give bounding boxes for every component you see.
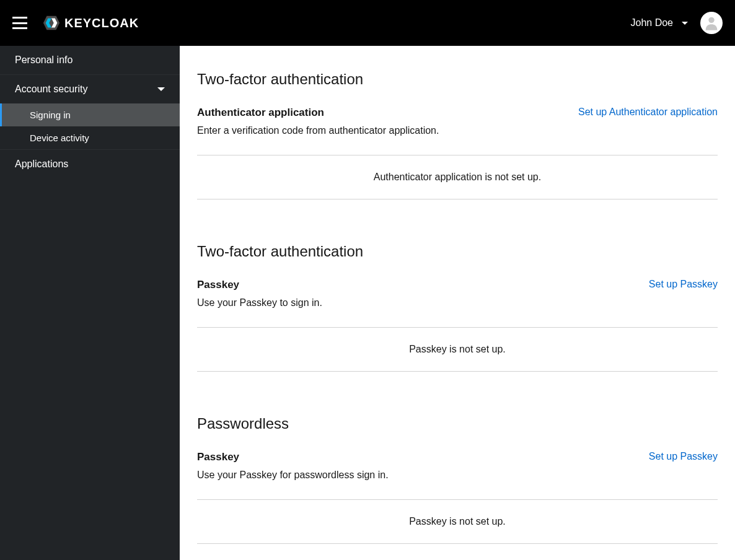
keycloak-logo-icon xyxy=(42,14,61,32)
sidebar-item-label: Applications xyxy=(15,159,68,170)
sidebar: Personal info Account security Signing i… xyxy=(0,46,180,560)
section-title: Passwordless xyxy=(197,415,718,432)
header-left: KEYCLOAK xyxy=(12,14,139,32)
sidebar-item-applications[interactable]: Applications xyxy=(0,149,180,178)
setup-passkey-link[interactable]: Set up Passkey xyxy=(649,279,718,290)
sidebar-item-label: Signing in xyxy=(30,110,71,120)
brand-logo[interactable]: KEYCLOAK xyxy=(42,14,139,32)
sidebar-item-label: Personal info xyxy=(15,55,73,66)
status-message: Authenticator application is not set up. xyxy=(197,155,718,199)
sidebar-subitem-signing-in[interactable]: Signing in xyxy=(0,103,180,126)
section-passwordless: Passwordless Passkey Set up Passkey Use … xyxy=(197,415,718,544)
setup-authenticator-link[interactable]: Set up Authenticator application xyxy=(578,107,718,118)
header-right: John Doe xyxy=(631,12,723,34)
method-title: Passkey xyxy=(197,279,239,291)
user-name: John Doe xyxy=(631,17,674,28)
method-description: Use your Passkey to sign in. xyxy=(197,297,718,308)
caret-down-icon xyxy=(682,22,688,25)
section-title: Two-factor authentication xyxy=(197,243,718,260)
method-description: Enter a verification code from authentic… xyxy=(197,125,718,136)
method-passkey: Passkey Set up Passkey Use your Passkey … xyxy=(197,279,718,372)
page-header: KEYCLOAK John Doe xyxy=(0,0,735,46)
method-passwordless-passkey: Passkey Set up Passkey Use your Passkey … xyxy=(197,451,718,544)
method-authenticator-app: Authenticator application Set up Authent… xyxy=(197,107,718,199)
sidebar-subitem-device-activity[interactable]: Device activity xyxy=(0,126,180,149)
user-icon xyxy=(703,14,720,32)
setup-passwordless-passkey-link[interactable]: Set up Passkey xyxy=(649,451,718,462)
user-dropdown[interactable]: John Doe xyxy=(631,17,689,28)
main-content: Two-factor authentication Authenticator … xyxy=(180,46,735,560)
sidebar-item-personal-info[interactable]: Personal info xyxy=(0,46,180,74)
sidebar-item-label: Account security xyxy=(15,84,87,95)
status-message: Passkey is not set up. xyxy=(197,327,718,372)
section-twofactor-authenticator: Two-factor authentication Authenticator … xyxy=(197,71,718,199)
method-title: Passkey xyxy=(197,451,239,463)
section-twofactor-passkey: Two-factor authentication Passkey Set up… xyxy=(197,243,718,372)
svg-point-3 xyxy=(708,17,714,23)
hamburger-menu-icon[interactable] xyxy=(12,17,27,29)
chevron-down-icon xyxy=(157,87,165,91)
brand-name: KEYCLOAK xyxy=(64,16,139,30)
method-title: Authenticator application xyxy=(197,107,324,119)
sidebar-item-account-security[interactable]: Account security xyxy=(0,74,180,103)
sidebar-item-label: Device activity xyxy=(30,133,89,143)
section-title: Two-factor authentication xyxy=(197,71,718,88)
avatar[interactable] xyxy=(700,12,723,34)
method-description: Use your Passkey for passwordless sign i… xyxy=(197,470,718,481)
status-message: Passkey is not set up. xyxy=(197,499,718,544)
